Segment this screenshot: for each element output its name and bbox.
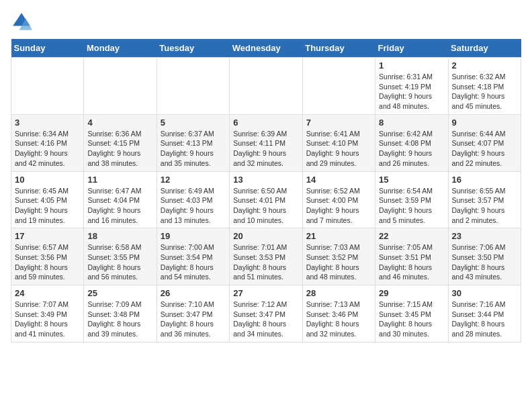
calendar-cell: 2Sunrise: 6:32 AM Sunset: 4:18 PM Daylig… — [448, 58, 521, 115]
day-info: Sunrise: 6:34 AM Sunset: 4:16 PM Dayligh… — [15, 129, 80, 169]
day-info: Sunrise: 6:58 AM Sunset: 3:55 PM Dayligh… — [87, 242, 152, 282]
day-info: Sunrise: 7:15 AM Sunset: 3:45 PM Dayligh… — [379, 300, 444, 339]
day-number: 5 — [161, 118, 226, 128]
day-info: Sunrise: 6:54 AM Sunset: 3:59 PM Dayligh… — [379, 186, 444, 226]
calendar-cell: 5Sunrise: 6:37 AM Sunset: 4:13 PM Daylig… — [157, 114, 229, 171]
day-info: Sunrise: 7:01 AM Sunset: 3:53 PM Dayligh… — [233, 242, 298, 282]
day-info: Sunrise: 7:09 AM Sunset: 3:48 PM Dayligh… — [87, 300, 152, 339]
calendar-cell: 4Sunrise: 6:36 AM Sunset: 4:15 PM Daylig… — [84, 114, 157, 171]
calendar-cell: 28Sunrise: 7:13 AM Sunset: 3:46 PM Dayli… — [302, 285, 375, 342]
calendar-cell: 9Sunrise: 6:44 AM Sunset: 4:07 PM Daylig… — [448, 114, 521, 171]
day-info: Sunrise: 6:52 AM Sunset: 4:00 PM Dayligh… — [306, 186, 371, 226]
day-info: Sunrise: 7:16 AM Sunset: 3:44 PM Dayligh… — [452, 300, 517, 339]
weekday-header: Thursday — [302, 39, 375, 58]
calendar-cell: 12Sunrise: 6:49 AM Sunset: 4:03 PM Dayli… — [157, 171, 229, 228]
calendar-cell: 13Sunrise: 6:50 AM Sunset: 4:01 PM Dayli… — [230, 171, 302, 228]
calendar-cell — [84, 58, 157, 115]
calendar-cell: 19Sunrise: 7:00 AM Sunset: 3:54 PM Dayli… — [157, 228, 229, 285]
day-info: Sunrise: 6:57 AM Sunset: 3:56 PM Dayligh… — [15, 242, 80, 282]
day-info: Sunrise: 7:07 AM Sunset: 3:49 PM Dayligh… — [15, 300, 80, 339]
calendar-cell: 29Sunrise: 7:15 AM Sunset: 3:45 PM Dayli… — [375, 285, 448, 342]
day-info: Sunrise: 6:49 AM Sunset: 4:03 PM Dayligh… — [161, 186, 226, 226]
page-header — [11, 11, 521, 32]
calendar-week-row: 17Sunrise: 6:57 AM Sunset: 3:56 PM Dayli… — [11, 228, 521, 285]
weekday-header: Friday — [375, 39, 448, 58]
calendar-table: SundayMondayTuesdayWednesdayThursdayFrid… — [11, 39, 521, 342]
day-number: 8 — [379, 118, 444, 128]
calendar-week-row: 10Sunrise: 6:45 AM Sunset: 4:05 PM Dayli… — [11, 171, 521, 228]
day-number: 25 — [87, 288, 152, 298]
day-number: 14 — [306, 175, 371, 185]
calendar-week-row: 24Sunrise: 7:07 AM Sunset: 3:49 PM Dayli… — [11, 285, 521, 342]
calendar-cell: 1Sunrise: 6:31 AM Sunset: 4:19 PM Daylig… — [375, 58, 448, 115]
day-number: 24 — [15, 288, 80, 298]
calendar-cell: 18Sunrise: 6:58 AM Sunset: 3:55 PM Dayli… — [84, 228, 157, 285]
day-info: Sunrise: 7:12 AM Sunset: 3:47 PM Dayligh… — [233, 300, 298, 339]
calendar-cell — [302, 58, 375, 115]
day-number: 22 — [379, 231, 444, 241]
day-info: Sunrise: 6:31 AM Sunset: 4:19 PM Dayligh… — [379, 72, 444, 111]
calendar-cell: 22Sunrise: 7:05 AM Sunset: 3:51 PM Dayli… — [375, 228, 448, 285]
calendar-cell: 30Sunrise: 7:16 AM Sunset: 3:44 PM Dayli… — [448, 285, 521, 342]
day-number: 1 — [379, 60, 444, 71]
day-number: 29 — [379, 288, 444, 298]
calendar-cell: 25Sunrise: 7:09 AM Sunset: 3:48 PM Dayli… — [84, 285, 157, 342]
day-info: Sunrise: 6:44 AM Sunset: 4:07 PM Dayligh… — [452, 129, 517, 169]
day-number: 19 — [161, 231, 226, 241]
day-info: Sunrise: 7:00 AM Sunset: 3:54 PM Dayligh… — [161, 242, 226, 282]
calendar-cell: 8Sunrise: 6:42 AM Sunset: 4:08 PM Daylig… — [375, 114, 448, 171]
day-info: Sunrise: 6:32 AM Sunset: 4:18 PM Dayligh… — [452, 72, 517, 111]
day-info: Sunrise: 7:05 AM Sunset: 3:51 PM Dayligh… — [379, 242, 444, 282]
logo-icon — [11, 11, 32, 32]
calendar-cell: 6Sunrise: 6:39 AM Sunset: 4:11 PM Daylig… — [230, 114, 302, 171]
day-info: Sunrise: 6:39 AM Sunset: 4:11 PM Dayligh… — [233, 129, 298, 169]
day-info: Sunrise: 6:36 AM Sunset: 4:15 PM Dayligh… — [87, 129, 152, 169]
calendar-cell: 23Sunrise: 7:06 AM Sunset: 3:50 PM Dayli… — [448, 228, 521, 285]
calendar-cell: 3Sunrise: 6:34 AM Sunset: 4:16 PM Daylig… — [11, 114, 84, 171]
day-number: 13 — [233, 175, 298, 185]
calendar-cell: 24Sunrise: 7:07 AM Sunset: 3:49 PM Dayli… — [11, 285, 84, 342]
day-info: Sunrise: 6:42 AM Sunset: 4:08 PM Dayligh… — [379, 129, 444, 169]
calendar-week-row: 3Sunrise: 6:34 AM Sunset: 4:16 PM Daylig… — [11, 114, 521, 171]
day-number: 15 — [379, 175, 444, 185]
calendar-cell: 21Sunrise: 7:03 AM Sunset: 3:52 PM Dayli… — [302, 228, 375, 285]
calendar-cell: 11Sunrise: 6:47 AM Sunset: 4:04 PM Dayli… — [84, 171, 157, 228]
calendar-cell: 7Sunrise: 6:41 AM Sunset: 4:10 PM Daylig… — [302, 114, 375, 171]
day-number: 10 — [15, 175, 80, 185]
day-number: 6 — [233, 118, 298, 128]
day-info: Sunrise: 6:47 AM Sunset: 4:04 PM Dayligh… — [87, 186, 152, 226]
day-info: Sunrise: 6:41 AM Sunset: 4:10 PM Dayligh… — [306, 129, 371, 169]
day-info: Sunrise: 7:03 AM Sunset: 3:52 PM Dayligh… — [306, 242, 371, 282]
calendar-cell: 10Sunrise: 6:45 AM Sunset: 4:05 PM Dayli… — [11, 171, 84, 228]
calendar-cell — [230, 58, 302, 115]
day-number: 4 — [87, 118, 152, 128]
calendar-week-row: 1Sunrise: 6:31 AM Sunset: 4:19 PM Daylig… — [11, 58, 521, 115]
calendar-cell — [157, 58, 229, 115]
day-number: 23 — [452, 231, 517, 241]
weekday-header: Sunday — [11, 39, 84, 58]
day-number: 26 — [161, 288, 226, 298]
day-number: 7 — [306, 118, 371, 128]
calendar-cell: 14Sunrise: 6:52 AM Sunset: 4:00 PM Dayli… — [302, 171, 375, 228]
day-info: Sunrise: 6:55 AM Sunset: 3:57 PM Dayligh… — [452, 186, 517, 226]
day-info: Sunrise: 6:37 AM Sunset: 4:13 PM Dayligh… — [161, 129, 226, 169]
weekday-header: Tuesday — [157, 39, 229, 58]
weekday-header: Saturday — [448, 39, 521, 58]
day-number: 30 — [452, 288, 517, 298]
weekday-header: Monday — [84, 39, 157, 58]
calendar-cell: 20Sunrise: 7:01 AM Sunset: 3:53 PM Dayli… — [230, 228, 302, 285]
day-info: Sunrise: 7:06 AM Sunset: 3:50 PM Dayligh… — [452, 242, 517, 282]
calendar-cell: 17Sunrise: 6:57 AM Sunset: 3:56 PM Dayli… — [11, 228, 84, 285]
day-number: 16 — [452, 175, 517, 185]
day-number: 20 — [233, 231, 298, 241]
day-number: 3 — [15, 118, 80, 128]
day-number: 27 — [233, 288, 298, 298]
logo — [11, 11, 35, 32]
day-number: 11 — [87, 175, 152, 185]
calendar-cell — [11, 58, 84, 115]
weekday-header-row: SundayMondayTuesdayWednesdayThursdayFrid… — [11, 39, 521, 58]
day-info: Sunrise: 6:50 AM Sunset: 4:01 PM Dayligh… — [233, 186, 298, 226]
weekday-header: Wednesday — [230, 39, 302, 58]
day-info: Sunrise: 7:13 AM Sunset: 3:46 PM Dayligh… — [306, 300, 371, 339]
calendar-cell: 26Sunrise: 7:10 AM Sunset: 3:47 PM Dayli… — [157, 285, 229, 342]
